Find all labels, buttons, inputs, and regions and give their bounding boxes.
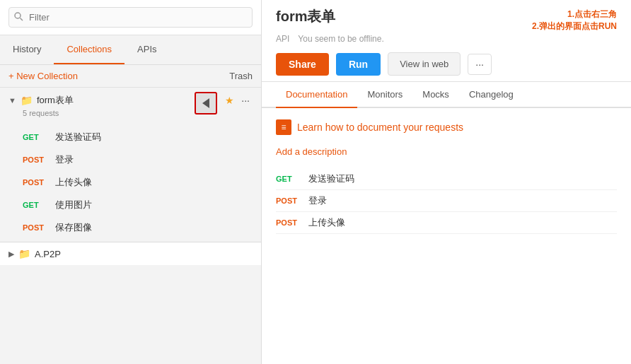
- doc-link-text[interactable]: Learn how to document your requests: [297, 122, 463, 133]
- collection-meta: 5 requests: [23, 109, 253, 117]
- tab-mocks[interactable]: Mocks: [412, 82, 459, 108]
- doc-link[interactable]: ≡ Learn how to document your requests: [276, 119, 617, 135]
- request-name: 保存图像: [55, 221, 92, 234]
- folder-icon: 📁: [18, 248, 30, 259]
- collection-header: ▼ 📁 form表单 ★ ···: [8, 93, 253, 107]
- left-panel: History Collections APIs + New Collectio…: [0, 0, 262, 364]
- annotation-line1: 1.点击右三角: [567, 8, 617, 20]
- tab-history[interactable]: History: [0, 35, 54, 64]
- svg-point-0: [15, 13, 21, 18]
- folder-icon: 📁: [21, 95, 33, 106]
- request-name: 发送验证码: [308, 172, 354, 185]
- search-icon: [14, 12, 23, 23]
- more-options-button[interactable]: ···: [468, 54, 492, 75]
- request-item-2[interactable]: POST 上传头像: [0, 171, 261, 194]
- request-item-0[interactable]: GET 发送验证码: [0, 126, 261, 148]
- method-badge-post: POST: [276, 218, 301, 227]
- request-item-3[interactable]: GET 使用图片: [0, 194, 261, 216]
- right-tabs: Documentation Monitors Mocks Changelog: [262, 82, 631, 108]
- request-name: 登录: [308, 194, 327, 207]
- method-badge-post: POST: [23, 155, 48, 164]
- method-badge-get: GET: [23, 133, 48, 141]
- right-content: ≡ Learn how to document your requests Ad…: [262, 108, 631, 364]
- right-request-item-0[interactable]: GET 发送验证码: [276, 168, 617, 190]
- svg-line-1: [21, 18, 23, 20]
- annotation-block: 1.点击右三角 2.弹出的界面点击RUN: [532, 8, 617, 33]
- ap2p-name: A.P2P: [35, 249, 253, 259]
- collection-title: form表单: [276, 7, 335, 26]
- share-button[interactable]: Share: [276, 53, 329, 76]
- offline-text: You seem to be offline.: [298, 34, 383, 44]
- request-list: GET 发送验证码 POST 登录 POST 上传头像 GET 使用图片 POS…: [0, 123, 261, 242]
- search-bar: [0, 0, 261, 35]
- method-badge-post: POST: [276, 196, 301, 205]
- annotation-line2: 2.弹出的界面点击RUN: [532, 20, 617, 33]
- add-description[interactable]: Add a description: [276, 146, 617, 157]
- right-request-item-2[interactable]: POST 上传头像: [276, 212, 617, 234]
- tab-monitors[interactable]: Monitors: [357, 82, 412, 108]
- method-badge-get: GET: [23, 201, 48, 209]
- collections-toolbar: + New Collection Trash: [0, 65, 261, 88]
- tab-documentation[interactable]: Documentation: [276, 82, 357, 108]
- request-name: 上传头像: [308, 216, 345, 229]
- api-label: API: [276, 34, 289, 44]
- chevron-down-icon[interactable]: ▼: [8, 96, 16, 105]
- tab-collections[interactable]: Collections: [54, 35, 125, 64]
- method-badge-post: POST: [23, 223, 48, 232]
- collection-form: ▼ 📁 form表单 ★ ··· 5 requests: [0, 88, 261, 123]
- chevron-right-icon[interactable]: ▶: [8, 249, 14, 259]
- ap2p-header: ▶ 📁 A.P2P: [8, 248, 253, 259]
- view-in-web-button[interactable]: View in web: [388, 52, 461, 76]
- request-name: 登录: [55, 153, 74, 166]
- run-button[interactable]: Run: [336, 53, 381, 76]
- request-item-4[interactable]: POST 保存图像: [0, 216, 261, 239]
- tab-apis[interactable]: APIs: [125, 35, 169, 64]
- search-input[interactable]: [8, 7, 253, 28]
- star-icon[interactable]: ★: [225, 95, 234, 106]
- trash-button[interactable]: Trash: [229, 71, 253, 81]
- collection-ap2p: ▶ 📁 A.P2P: [0, 242, 261, 265]
- right-request-list: GET 发送验证码 POST 登录 POST 上传头像: [276, 168, 617, 234]
- triangle-run-button[interactable]: [195, 92, 217, 115]
- tabs-bar: History Collections APIs: [0, 35, 261, 65]
- right-request-item-1[interactable]: POST 登录: [276, 190, 617, 212]
- collection-name: form表单: [37, 94, 221, 107]
- collection-more-button[interactable]: ···: [238, 93, 253, 107]
- right-panel: form表单 1.点击右三角 2.弹出的界面点击RUN API You seem…: [262, 0, 631, 364]
- method-badge-get: GET: [276, 175, 301, 183]
- action-bar: Share Run View in web ···: [262, 47, 631, 82]
- request-item-1[interactable]: POST 登录: [0, 148, 261, 171]
- tab-changelog[interactable]: Changelog: [459, 82, 523, 108]
- method-badge-post: POST: [23, 178, 48, 187]
- right-header-area: form表单 1.点击右三角 2.弹出的界面点击RUN API You seem…: [262, 0, 631, 47]
- doc-icon: ≡: [276, 119, 291, 135]
- request-name: 使用图片: [55, 199, 92, 211]
- request-name: 发送验证码: [55, 131, 101, 143]
- new-collection-button[interactable]: + New Collection: [8, 71, 78, 81]
- request-name: 上传头像: [55, 176, 92, 189]
